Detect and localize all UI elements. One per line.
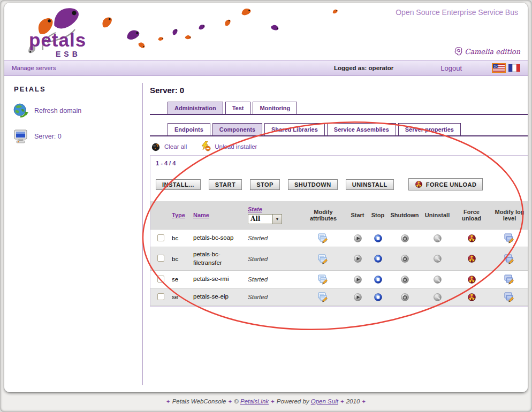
tab-shared-libraries[interactable]: Shared Libraries — [264, 123, 325, 135]
modify-log-level-icon[interactable] — [504, 233, 515, 243]
force-unload-icon[interactable] — [467, 254, 476, 263]
select-column-header — [150, 212, 171, 218]
component-type: bc — [171, 253, 192, 265]
pagination-label: 1 - 4 / 4 — [156, 160, 528, 166]
table-row: bc petals-bc-filetransfer Started — [150, 247, 528, 270]
top-navbar: Manage servers Logged as: operator Logou… — [4, 60, 528, 76]
tab-components[interactable]: Components — [212, 123, 262, 135]
sidebar-divider — [142, 83, 143, 385]
uninstall-icon[interactable] — [433, 293, 442, 302]
tab-monitoring[interactable]: Monitoring — [253, 102, 297, 114]
language-switcher — [493, 64, 520, 72]
components-table: Type Name State All ▼ Modify attributes … — [150, 201, 528, 306]
modify-log-level-icon[interactable] — [504, 292, 515, 302]
action-buttons: INSTALL... START STOP SHUTDOWN UNINSTALL… — [156, 178, 528, 190]
start-icon[interactable] — [353, 275, 362, 284]
secondary-tabs: Endpoints Components Shared Libraries Se… — [150, 123, 528, 136]
modify-attributes-icon[interactable] — [318, 274, 329, 285]
tab-service-assemblies[interactable]: Service Assemblies — [327, 123, 396, 135]
sidebar-item-refresh-domain[interactable]: Refresh domain — [13, 103, 142, 119]
component-state: Started — [247, 273, 299, 286]
footer-year: 2010 — [346, 398, 360, 405]
modify-attributes-icon[interactable] — [318, 254, 329, 264]
primary-tabs: Administration Test Monitoring — [150, 102, 528, 115]
component-type: bc — [171, 232, 192, 245]
uninstall-icon[interactable] — [433, 234, 442, 243]
force-unload-header: Force unload — [453, 209, 490, 222]
uninstall-button[interactable]: UNINSTALL — [346, 179, 394, 190]
force-unload-icon[interactable] — [467, 275, 476, 284]
tab-server-properties[interactable]: Server properties — [398, 123, 461, 135]
start-button[interactable]: START — [209, 179, 242, 190]
start-icon[interactable] — [353, 234, 362, 243]
tagline: Open Source Enterprise Service Bus — [396, 8, 518, 17]
force-unload-button[interactable]: FORCE UNLOAD — [408, 178, 483, 190]
sidebar-title: PEtALS — [14, 85, 142, 93]
clear-all-label: Clear all — [164, 143, 187, 150]
component-name: petals-se-rmi — [192, 272, 247, 287]
stop-icon[interactable] — [374, 275, 383, 284]
row-checkbox[interactable] — [157, 234, 164, 241]
modify-log-level-icon[interactable] — [504, 254, 515, 264]
footer-powered-by: Powered by — [277, 398, 309, 405]
shutdown-icon[interactable] — [400, 234, 409, 243]
uninstall-icon[interactable] — [433, 275, 442, 284]
sort-type-link[interactable]: Type — [172, 212, 185, 218]
row-checkbox[interactable] — [157, 255, 164, 262]
row-checkbox[interactable] — [157, 293, 164, 300]
uninstall-icon[interactable] — [433, 254, 442, 263]
unload-installer-label: Unload installer — [215, 143, 257, 150]
component-name: petals-bc-soap — [192, 231, 247, 246]
install-button[interactable]: INSTALL... — [156, 179, 201, 190]
petalslink-link[interactable]: PetalsLink — [240, 398, 269, 405]
table-row: bc petals-bc-soap Started — [150, 229, 528, 247]
component-name: petals-bc-filetransfer — [192, 247, 234, 270]
stop-icon[interactable] — [374, 254, 383, 263]
sidebar-item-server-0[interactable]: Server: 0 — [13, 128, 142, 144]
open-suit-link[interactable]: Open Suit — [311, 398, 338, 405]
component-name: petals-se-eip — [192, 289, 247, 304]
start-icon[interactable] — [353, 293, 362, 302]
sort-name-link[interactable]: Name — [193, 212, 209, 218]
force-unload-icon[interactable] — [467, 293, 476, 302]
sort-state-link[interactable]: State — [248, 206, 262, 212]
clear-all-action[interactable]: Clear all — [151, 142, 187, 151]
sidebar: PEtALS Refresh domain — [4, 77, 142, 144]
component-type: se — [171, 273, 192, 286]
unload-installer-action[interactable]: Unload installer — [201, 141, 257, 151]
stop-icon[interactable] — [374, 293, 383, 302]
shutdown-icon[interactable] — [400, 293, 409, 302]
component-type: se — [171, 291, 192, 303]
tab-endpoints[interactable]: Endpoints — [168, 123, 210, 135]
row-checkbox[interactable] — [157, 276, 164, 283]
sidebar-item-label: Server: 0 — [34, 133, 62, 140]
fr-flag-icon[interactable] — [508, 64, 520, 72]
skull-icon — [415, 180, 423, 188]
start-icon[interactable] — [353, 254, 362, 263]
state-filter-select[interactable]: All ▼ — [248, 214, 282, 224]
modify-log-level-icon[interactable] — [504, 274, 515, 285]
server-icon — [13, 128, 29, 144]
shutdown-button[interactable]: SHUTDOWN — [288, 179, 338, 190]
main-panel: Server: 0 Administration Test Monitoring… — [150, 77, 528, 307]
logo-wordmark: petals — [29, 29, 86, 51]
shutdown-icon[interactable] — [400, 275, 409, 284]
us-flag-icon[interactable] — [493, 64, 505, 72]
table-row: se petals-se-rmi Started — [150, 270, 528, 288]
stop-icon[interactable] — [374, 234, 383, 243]
force-unload-icon[interactable] — [467, 234, 476, 243]
modify-attributes-icon[interactable] — [318, 233, 329, 243]
stop-button[interactable]: STOP — [250, 179, 280, 190]
shutdown-icon[interactable] — [400, 254, 409, 263]
tab-administration[interactable]: Administration — [168, 102, 223, 114]
tab-test[interactable]: Test — [225, 102, 251, 114]
edition-label: Camelia edition — [454, 46, 520, 57]
bomb-icon — [151, 142, 161, 151]
logout-link[interactable]: Logout — [440, 64, 462, 72]
component-state: Started — [247, 253, 299, 265]
modify-attributes-icon[interactable] — [318, 292, 329, 302]
page-footer: ✦ Petals WebConsole ✦ © PetalsLink ✦ Pow… — [0, 398, 532, 405]
manage-servers-link[interactable]: Manage servers — [4, 65, 334, 71]
app-card: petals ESB Open Source Enterprise Servic… — [4, 3, 528, 392]
table-header-row: Type Name State All ▼ Modify attributes … — [150, 201, 528, 229]
